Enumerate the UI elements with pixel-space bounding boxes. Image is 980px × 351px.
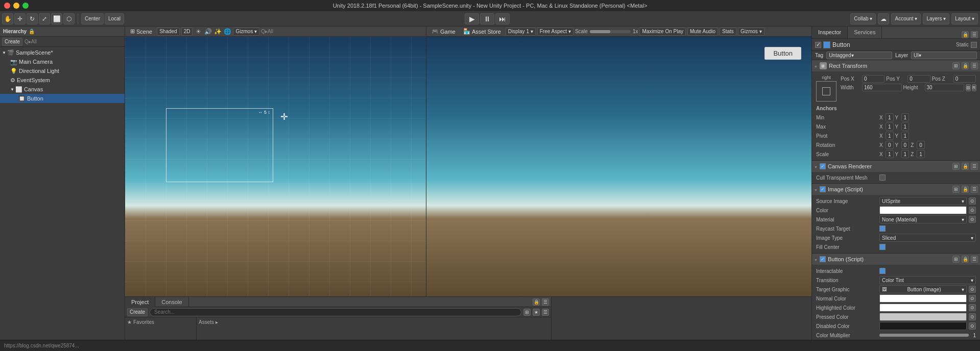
rot-x-input[interactable]: 0 [886,141,894,149]
layer-dropdown[interactable]: UI▾ [911,52,977,59]
tag-dropdown[interactable]: Untagged▾ [826,52,892,59]
collab-button[interactable]: Collab ▾ [850,13,876,24]
hand-tool-button[interactable]: ✋ [2,13,13,24]
pressed-color-link-icon[interactable]: ⊙ [969,313,976,320]
rotate-tool-button[interactable]: ↻ [27,13,38,24]
anchor-min-x-input[interactable]: 1 [886,113,894,121]
color-swatch[interactable] [879,206,967,214]
static-checkbox[interactable] [971,42,977,48]
cloud-button[interactable]: ☁ [878,13,889,24]
rt-posx-input[interactable]: 0 [862,75,885,83]
object-color-icon[interactable] [823,41,830,48]
minimize-button[interactable] [13,3,19,9]
interactable-checkbox[interactable] [879,268,886,274]
rect-tool-button[interactable]: ⬜ [51,13,62,24]
highlighted-color-link-icon[interactable]: ⊙ [969,304,976,311]
scale-z-input[interactable]: 1 [917,150,925,158]
transform-tool-button[interactable]: ⬡ [63,13,75,24]
display-dropdown[interactable]: Display 1 ▾ [506,28,536,36]
rot-y-input[interactable]: 0 [901,141,910,149]
hierarchy-create-button[interactable]: Create [2,38,22,46]
transition-dropdown[interactable]: Color Tint ▾ [879,276,976,284]
project-create-button[interactable]: Create [127,308,148,316]
project-icon3[interactable]: ☰ [542,309,549,316]
scene-light-icon[interactable]: ☀ [194,28,202,36]
image-script-header[interactable]: ✓ Image (Script) ⊞ 🔒 ☰ [812,184,980,195]
color-multiplier-slider[interactable] [879,334,969,337]
normal-color-swatch[interactable] [879,294,967,303]
bottom-lock-icon[interactable]: 🔒 [533,298,540,306]
hierarchy-item-eventsystem[interactable]: ⚙ EventSystem [0,76,125,85]
layout-dropdown[interactable]: Layout ▾ [951,13,978,24]
rect-transform-header[interactable]: ⊞ Rect Transform ⊞ 🔒 ☰ [812,60,980,71]
pressed-color-swatch[interactable] [879,313,967,321]
disabled-color-swatch[interactable] [879,322,967,330]
img-lock-icon[interactable]: 🔒 [962,186,969,193]
maximize-button[interactable] [22,3,29,9]
rt-height-input[interactable]: 30 [925,84,965,91]
color-link-icon[interactable]: ⊙ [969,207,976,214]
image-type-dropdown[interactable]: Sliced ▾ [879,234,976,242]
disabled-color-link-icon[interactable]: ⊙ [969,322,976,330]
material-link-icon[interactable]: ⊙ [969,216,976,223]
game-tab[interactable]: 🎮 Game [428,28,459,35]
center-button[interactable]: Center [81,13,104,24]
services-tab[interactable]: Services [848,27,882,38]
scene-button-outline[interactable]: ↔ 5 ↕ ✛ [166,108,273,182]
canvas-renderer-checkbox[interactable]: ✓ [820,163,826,169]
button-enable-checkbox[interactable]: ✓ [820,256,826,262]
target-graphic-dropdown[interactable]: 🖼 Button (Image) ▾ [879,285,967,293]
normal-color-link-icon[interactable]: ⊙ [969,295,976,302]
img-more-icon[interactable]: ☰ [971,186,978,193]
inspector-more-icon[interactable]: ☰ [971,31,978,38]
object-enable-checkbox[interactable]: ✓ [815,42,821,48]
scale-tool-button[interactable]: ⤢ [39,13,50,24]
pause-button[interactable]: ⏸ [480,13,494,24]
scene-shading-dropdown[interactable]: Shaded [157,28,179,36]
cr-settings-icon[interactable]: ⊞ [952,163,960,170]
inspector-tab[interactable]: Inspector [812,27,848,38]
canvas-renderer-header[interactable]: ✓ Canvas Renderer ⊞ 🔒 ☰ [812,161,980,172]
scene-fx-icon[interactable]: ✨ [213,28,222,36]
hierarchy-item-canvas[interactable]: ▼ ⬜ Canvas [0,85,125,94]
anchor-min-y-input[interactable]: 1 [901,113,910,121]
hierarchy-item-maincamera[interactable]: 📷 Main Camera [0,57,125,66]
local-button[interactable]: Local [105,13,124,24]
source-image-link-icon[interactable]: ⊙ [969,197,976,205]
hierarchy-item-samplescene[interactable]: ▼ 🎬 SampleScene* [0,48,125,57]
project-tab[interactable]: Project [125,297,155,307]
rt-more-icon[interactable]: ☰ [971,62,978,69]
bottom-more-icon[interactable]: ☰ [542,298,549,306]
scale-slider[interactable] [590,30,631,33]
project-icon1[interactable]: ⊞ [523,309,531,316]
image-enable-checkbox[interactable]: ✓ [820,186,826,192]
scene-2d-button[interactable]: 2D [181,28,193,36]
btn-settings-icon[interactable]: ⊞ [952,256,960,263]
stats-button[interactable]: Stats [720,28,736,36]
scene-tab[interactable]: ⊞ Scene [127,28,155,35]
inspector-lock-icon[interactable]: 🔒 [962,31,969,38]
highlighted-color-swatch[interactable] [879,304,967,312]
cull-transparent-checkbox[interactable] [879,174,886,181]
pivot-x-input[interactable]: 1 [886,132,894,140]
scale-x-input[interactable]: 1 [886,150,894,158]
fill-center-checkbox[interactable] [879,244,886,250]
move-tool-button[interactable]: ✛ [14,13,26,24]
material-dropdown[interactable]: None (Material) ▾ [879,215,967,223]
project-search-input[interactable] [150,308,521,316]
scene-skybox-icon[interactable]: 🌐 [223,28,231,36]
hierarchy-item-directionallight[interactable]: 💡 Directional Light [0,66,125,76]
scene-audio-icon[interactable]: 🔊 [204,28,212,36]
close-button[interactable] [4,3,10,9]
rt-settings-icon[interactable]: ⊞ [952,62,960,69]
pivot-y-input[interactable]: 1 [901,132,910,140]
layers-dropdown[interactable]: Layers ▾ [923,13,949,24]
btn-lock-icon[interactable]: 🔒 [962,256,969,263]
rt-width-input[interactable]: 160 [862,84,902,91]
scene-gizmos-dropdown[interactable]: Gizmos ▾ [233,28,259,36]
rt-lock-icon[interactable]: 🔒 [962,62,969,69]
play-button[interactable]: ▶ [465,13,479,24]
aspect-dropdown[interactable]: Free Aspect ▾ [537,28,573,36]
scene-canvas[interactable]: ↔ 5 ↕ ✛ [125,37,426,296]
cr-more-icon[interactable]: ☰ [971,163,978,170]
